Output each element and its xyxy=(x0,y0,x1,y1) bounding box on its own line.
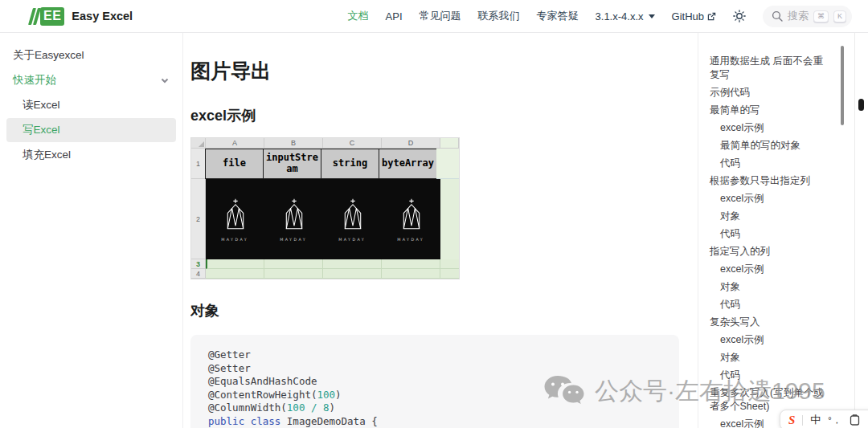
version-label: 3.1.x-4.x.x xyxy=(596,10,644,22)
excel-row-3: 3 xyxy=(191,259,459,269)
window-scrollbar-thumb[interactable] xyxy=(858,99,864,111)
crown-logo: MAYDAY xyxy=(218,197,252,242)
excel-cell-empty xyxy=(264,259,323,269)
crown-logo-text: MAYDAY xyxy=(280,237,308,242)
toc-item[interactable]: 示例代码 xyxy=(710,86,829,100)
main-content: 图片导出 excel示例 A B C D 1 file inputStream … xyxy=(190,33,682,428)
nav-docs[interactable]: 文档 xyxy=(348,9,369,23)
excel-row-number: 4 xyxy=(191,269,206,279)
sidebar-item-label: 写Excel xyxy=(23,123,60,137)
section-heading-object: 对象 xyxy=(190,301,682,320)
toc-item[interactable]: 对象 xyxy=(710,280,829,294)
window-scrollbar[interactable] xyxy=(854,0,868,428)
sidebar-item-quickstart[interactable]: 快速开始 xyxy=(6,68,176,92)
ime-mode-chinese[interactable]: 中 xyxy=(810,413,821,427)
ime-divider xyxy=(802,415,803,426)
table-of-contents: 通用数据生成 后面不会重复写 示例代码 最简单的写 excel示例 最简单的写的… xyxy=(698,33,841,428)
sidebar-item-write-excel[interactable]: 写Excel xyxy=(6,118,176,142)
toc-item[interactable]: 代码 xyxy=(710,298,829,312)
excel-cell-empty xyxy=(206,269,264,279)
ime-clipboard-icon[interactable] xyxy=(850,414,861,426)
excel-cell-file: file xyxy=(205,149,264,179)
theme-toggle-button[interactable] xyxy=(733,10,746,22)
crown-logo: MAYDAY xyxy=(335,197,369,242)
ime-toolbar: S 中 °， xyxy=(780,410,868,428)
toc-scrollbar-thumb[interactable] xyxy=(841,46,844,125)
excel-column-header-row: A B C D xyxy=(191,138,459,149)
toc-item[interactable]: excel示例 xyxy=(710,192,829,206)
sidebar-item-fill-excel[interactable]: 填充Excel xyxy=(6,143,176,167)
excel-cell-empty xyxy=(382,269,440,279)
search-icon xyxy=(772,10,783,22)
code-block: @Getter @Setter @EqualsAndHashCode @Cont… xyxy=(190,335,679,428)
excel-col-e xyxy=(440,138,459,149)
excel-cell-empty xyxy=(436,149,459,179)
logo-box: EE xyxy=(40,7,64,26)
toc-item[interactable]: 代码 xyxy=(710,157,829,170)
code-content: @Getter @Setter @EqualsAndHashCode @Cont… xyxy=(208,349,679,428)
toc-item[interactable]: 复杂头写入 xyxy=(710,316,829,329)
toc-item[interactable]: excel示例 xyxy=(710,263,829,276)
sidebar-item-about[interactable]: 关于Easyexcel xyxy=(6,43,176,67)
nav-expert[interactable]: 专家答疑 xyxy=(537,9,579,23)
search-input[interactable]: 搜索 ⌘ K xyxy=(763,6,852,27)
github-label: GitHub xyxy=(672,10,704,22)
toc-item[interactable]: 根据参数只导出指定列 xyxy=(710,174,829,188)
toc-item[interactable]: 对象 xyxy=(710,210,829,223)
sidebar-item-label: 关于Easyexcel xyxy=(13,48,84,63)
external-link-icon xyxy=(707,12,716,21)
toc-item[interactable]: 代码 xyxy=(710,227,829,241)
crown-logo-text: MAYDAY xyxy=(222,237,249,242)
toc-item[interactable]: excel示例 xyxy=(710,121,829,135)
excel-image-cells: MAYDAY MAYDAY xyxy=(206,179,440,259)
corner-triangle-icon xyxy=(199,141,204,147)
excel-row-1: 1 file inputStream string byteArray xyxy=(191,149,459,179)
excel-cell-empty xyxy=(264,269,323,279)
excel-cell-empty xyxy=(440,269,459,279)
toc-item[interactable]: 对象 xyxy=(710,351,829,365)
sun-icon xyxy=(733,10,746,22)
easyexcel-logo-icon: EE xyxy=(31,7,64,26)
excel-row-4: 4 xyxy=(191,269,459,279)
excel-example-image: A B C D 1 file inputStream string byteAr… xyxy=(190,137,460,279)
crown-logo-text: MAYDAY xyxy=(398,237,425,242)
ime-punctuation-toggle[interactable]: °， xyxy=(828,414,841,426)
sidebar-item-label: 读Excel xyxy=(23,98,60,112)
crown-logo: MAYDAY xyxy=(276,197,310,242)
sidebar-item-read-excel[interactable]: 读Excel xyxy=(6,93,176,117)
brand[interactable]: EE Easy Excel xyxy=(31,7,133,26)
excel-cell-inputstream: inputStream xyxy=(263,149,321,179)
crown-icon xyxy=(341,197,365,234)
toc-item[interactable]: 最简单的写的对象 xyxy=(710,139,829,153)
search-placeholder: 搜索 xyxy=(788,9,809,23)
excel-row-2: 2 MAYDAY xyxy=(191,179,459,259)
excel-col-d: D xyxy=(382,138,440,149)
nav-api[interactable]: API xyxy=(386,10,403,22)
toc-item[interactable]: 代码 xyxy=(710,369,829,382)
kbd-meta: ⌘ xyxy=(813,10,829,22)
toc-item[interactable]: 最简单的写 xyxy=(710,104,829,117)
nav-contact[interactable]: 联系我们 xyxy=(478,9,520,23)
crown-icon xyxy=(223,197,248,234)
excel-cell-empty xyxy=(323,269,382,279)
nav-faq[interactable]: 常见问题 xyxy=(420,9,461,23)
excel-cell-bytearray: byteArray xyxy=(379,149,437,179)
excel-cell-empty xyxy=(382,259,440,269)
toc-item[interactable]: 指定写入的列 xyxy=(710,245,829,259)
version-dropdown[interactable]: 3.1.x-4.x.x xyxy=(596,10,655,22)
toc-item[interactable]: 通用数据生成 后面不会重复写 xyxy=(710,55,829,82)
nav-github[interactable]: GitHub xyxy=(672,10,716,22)
crown-icon xyxy=(399,197,424,234)
excel-select-all-cell xyxy=(191,138,206,149)
crown-icon xyxy=(282,197,306,234)
excel-row-number: 3 xyxy=(191,259,206,269)
toc-item[interactable]: excel示例 xyxy=(710,333,829,347)
excel-row-number: 1 xyxy=(191,149,206,179)
chevron-down-icon xyxy=(160,75,170,85)
header-nav: 文档 API 常见问题 联系我们 专家答疑 3.1.x-4.x.x GitHub xyxy=(348,6,852,27)
page-title: 图片导出 xyxy=(190,59,682,83)
excel-cell-empty xyxy=(323,259,382,269)
sogou-logo[interactable]: S xyxy=(788,414,795,427)
sidebar-item-label: 填充Excel xyxy=(23,148,71,162)
excel-col-b: B xyxy=(264,138,323,149)
